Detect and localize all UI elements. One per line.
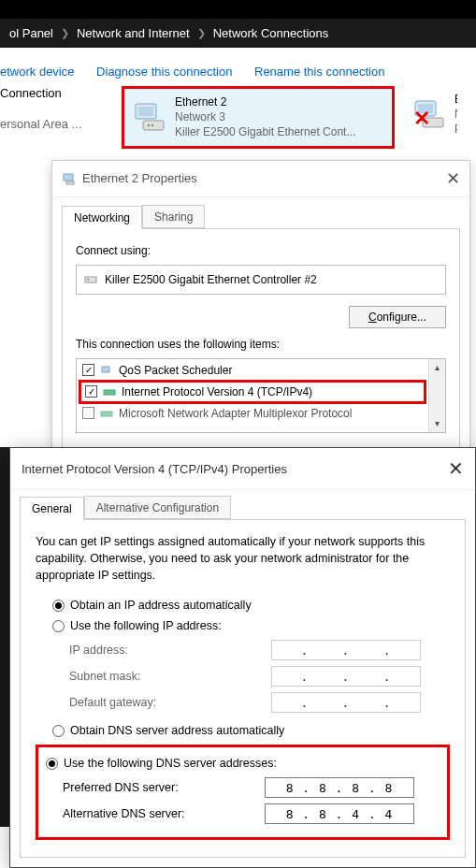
ethernet-properties-dialog: Ethernet 2 Properties ✕ Networking Shari… bbox=[51, 160, 470, 459]
adapter-text: E N P bbox=[454, 92, 457, 137]
checkbox-checked-icon[interactable]: ✓ bbox=[82, 364, 94, 376]
list-item-qos[interactable]: ✓ QoS Packet Scheduler bbox=[79, 361, 426, 380]
breadcrumb-item[interactable]: Network Connections bbox=[213, 26, 329, 40]
item-label: Internet Protocol Version 4 (TCP/IPv4) bbox=[122, 385, 312, 398]
items-list: ✓ QoS Packet Scheduler ✓ Internet Protoc… bbox=[77, 359, 428, 432]
checkbox-unchecked-icon[interactable] bbox=[82, 407, 94, 419]
scroll-up-icon[interactable]: ▴ bbox=[429, 359, 445, 376]
svg-rect-12 bbox=[102, 367, 109, 372]
adapter-device: Killer E2500 Gigabit Ethernet Cont... bbox=[175, 124, 384, 139]
svg-rect-8 bbox=[64, 174, 73, 181]
adapter-name-fragment: E bbox=[454, 92, 457, 107]
dialog-title-text: Ethernet 2 Properties bbox=[82, 171, 197, 185]
svg-rect-9 bbox=[66, 181, 74, 184]
svg-rect-1 bbox=[138, 107, 153, 116]
tabstrip: Networking Sharing bbox=[52, 197, 469, 228]
network-adapter-icon bbox=[132, 100, 169, 134]
action-bar: etwork device Diagnose this connection R… bbox=[0, 57, 476, 86]
tab-networking[interactable]: Networking bbox=[62, 206, 142, 229]
list-item-multiplexor[interactable]: Microsoft Network Adapter Multiplexor Pr… bbox=[79, 404, 426, 423]
adapter-text: Ethernet 2 Network 3 Killer E2500 Gigabi… bbox=[175, 94, 384, 140]
ipv4-properties-dialog: Internet Protocol Version 4 (TCP/IPv4) P… bbox=[9, 447, 476, 459]
adapter-name-fragment[interactable]: Connection bbox=[0, 86, 112, 100]
protocol-icon bbox=[100, 364, 113, 377]
adapter-name: Ethernet 2 bbox=[175, 94, 384, 109]
tab-sharing[interactable]: Sharing bbox=[142, 205, 205, 228]
list-item-ipv4[interactable]: ✓ Internet Protocol Version 4 (TCP/IPv4) bbox=[79, 380, 426, 404]
adapter-network-fragment: N bbox=[454, 107, 457, 122]
action-disable[interactable]: etwork device bbox=[0, 65, 74, 79]
breadcrumb: ol Panel ❯ Network and Internet ❯ Networ… bbox=[0, 19, 476, 48]
svg-point-4 bbox=[151, 124, 153, 126]
svg-rect-14 bbox=[101, 412, 112, 416]
item-label: QoS Packet Scheduler bbox=[119, 364, 232, 377]
spacer bbox=[0, 48, 476, 57]
network-adapter-icon: ✕ bbox=[411, 97, 449, 131]
svg-rect-10 bbox=[85, 277, 96, 282]
action-rename[interactable]: Rename this connection bbox=[254, 65, 384, 79]
nic-name: Killer E2500 Gigabit Ethernet Controller… bbox=[105, 273, 317, 286]
protocol-icon bbox=[103, 385, 116, 398]
items-listbox[interactable]: ✓ QoS Packet Scheduler ✓ Internet Protoc… bbox=[76, 358, 446, 433]
svg-rect-13 bbox=[104, 390, 115, 395]
chevron-right-icon: ❯ bbox=[197, 27, 206, 39]
configure-button[interactable]: CConfigure...onfigure... bbox=[349, 306, 446, 328]
disabled-x-icon: ✕ bbox=[413, 107, 430, 131]
adapter-device-fragment: P bbox=[454, 122, 457, 137]
svg-point-11 bbox=[87, 279, 89, 281]
adapter-row: Connection ersonal Area ... Ethernet 2 N… bbox=[0, 86, 476, 154]
close-button[interactable]: ✕ bbox=[448, 457, 464, 459]
dialog-titlebar[interactable]: Internet Protocol Version 4 (TCP/IPv4) P… bbox=[10, 448, 475, 459]
connect-using-label: Connect using: bbox=[76, 244, 446, 257]
action-diagnose[interactable]: Diagnose this connection bbox=[96, 65, 232, 79]
adapter-disabled-fragment[interactable]: ✕ E N P bbox=[404, 86, 465, 143]
dialog-titlebar[interactable]: Ethernet 2 Properties ✕ bbox=[52, 161, 469, 197]
items-label: This connection uses the following items… bbox=[76, 338, 446, 351]
checkbox-checked-icon[interactable]: ✓ bbox=[85, 385, 97, 398]
nic-icon bbox=[84, 273, 97, 286]
protocol-icon bbox=[100, 407, 113, 420]
close-button[interactable]: ✕ bbox=[446, 168, 460, 189]
scrollbar[interactable]: ▴ ▾ bbox=[428, 359, 445, 432]
scroll-down-icon[interactable]: ▾ bbox=[429, 415, 445, 432]
adapter-ethernet2[interactable]: Ethernet 2 Network 3 Killer E2500 Gigabi… bbox=[122, 86, 395, 149]
adapter-device-fragment[interactable]: ersonal Area ... bbox=[0, 117, 112, 131]
breadcrumb-item[interactable]: ol Panel bbox=[9, 26, 53, 40]
tab-content: Connect using: Killer E2500 Gigabit Ethe… bbox=[62, 228, 460, 449]
titlebar-top bbox=[0, 0, 476, 19]
network-icon bbox=[62, 171, 77, 186]
nic-box: Killer E2500 Gigabit Ethernet Controller… bbox=[76, 265, 446, 295]
breadcrumb-item[interactable]: Network and Internet bbox=[77, 26, 190, 40]
svg-point-3 bbox=[148, 124, 150, 126]
adapter-left-fragment: Connection ersonal Area ... bbox=[0, 86, 112, 131]
adapter-network: Network 3 bbox=[175, 109, 384, 124]
chevron-right-icon: ❯ bbox=[61, 27, 69, 39]
item-label: Microsoft Network Adapter Multiplexor Pr… bbox=[119, 407, 352, 420]
